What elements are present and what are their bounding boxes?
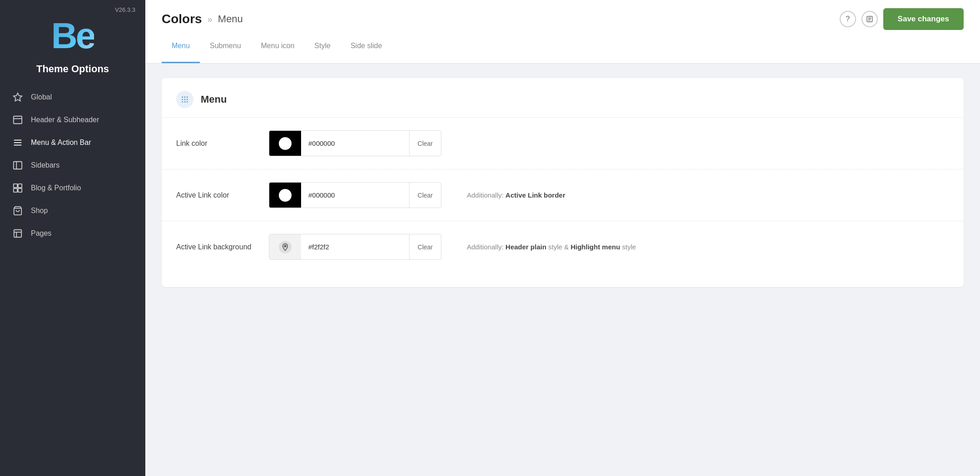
breadcrumb-current: Menu — [218, 13, 243, 25]
svg-point-25 — [187, 99, 188, 100]
sidebar-item-label: Blog & Portfolio — [31, 184, 81, 192]
active-link-bg-label: Active Link background — [176, 243, 258, 251]
svg-rect-11 — [18, 188, 22, 192]
sidebar-item-pages[interactable]: Pages — [0, 222, 145, 245]
sidebar-item-header[interactable]: Header & Subheader — [0, 109, 145, 131]
layout-icon — [13, 115, 23, 125]
breadcrumb-root: Colors — [162, 12, 202, 26]
sidebar-item-label: Header & Subheader — [31, 116, 99, 124]
menu-icon — [13, 138, 23, 148]
svg-rect-9 — [18, 184, 22, 188]
card-header: Menu — [162, 78, 964, 118]
sidebar-item-label: Menu & Action Bar — [31, 139, 91, 147]
card-title: Menu — [201, 94, 227, 105]
main-content: Colors » Menu ? Save changes Me — [145, 0, 980, 476]
tab-side-slide[interactable]: Side slide — [341, 30, 392, 63]
link-color-label: Link color — [176, 139, 258, 148]
logo-text: Be — [51, 18, 94, 54]
active-link-bg-swatch[interactable] — [269, 234, 301, 259]
header-actions: ? Save changes — [840, 8, 964, 30]
sidebar-item-shop[interactable]: Shop — [0, 199, 145, 222]
shop-icon — [13, 206, 23, 216]
version-label: V26.3.3 — [0, 0, 145, 13]
svg-point-26 — [182, 102, 183, 103]
sidebar-item-label: Sidebars — [31, 161, 59, 169]
sidebar-icon — [13, 160, 23, 170]
color-row-active-link: Active Link color Clear Additi — [162, 169, 964, 221]
sidebar-item-blog[interactable]: Blog & Portfolio — [0, 177, 145, 199]
sidebar-item-label: Pages — [31, 229, 51, 238]
sidebar-item-sidebars[interactable]: Sidebars — [0, 154, 145, 177]
svg-point-30 — [284, 193, 286, 195]
active-link-bg-clear[interactable]: Clear — [409, 234, 441, 259]
sidebar-nav: Global Header & Subheader Menu & Action — [0, 86, 145, 254]
logo: Be — [0, 13, 145, 63]
content-area: Menu Link color Clear — [145, 64, 980, 476]
sidebar-item-label: Shop — [31, 207, 48, 215]
notes-button[interactable] — [861, 11, 878, 27]
tab-style[interactable]: Style — [304, 30, 341, 63]
link-color-swatch[interactable] — [269, 131, 301, 156]
svg-point-24 — [184, 99, 185, 100]
svg-point-23 — [182, 99, 183, 100]
breadcrumb-separator: » — [208, 14, 213, 25]
active-link-color-picker[interactable]: Clear — [269, 182, 441, 208]
svg-point-22 — [187, 97, 188, 98]
link-color-input[interactable] — [301, 139, 409, 147]
help-button[interactable]: ? — [840, 11, 856, 27]
save-button[interactable]: Save changes — [883, 8, 964, 30]
link-color-clear[interactable]: Clear — [409, 131, 441, 156]
color-row-link: Link color Clear — [162, 118, 964, 169]
svg-rect-13 — [14, 230, 22, 238]
eyedropper-icon — [279, 189, 292, 202]
sidebar: V26.3.3 Be Theme Options Global Header &… — [0, 0, 145, 476]
active-link-note: Additionally: Active Link border — [467, 191, 565, 199]
sidebar-title: Theme Options — [0, 63, 145, 86]
breadcrumb-row: Colors » Menu ? Save changes — [145, 0, 980, 30]
sidebar-item-menu[interactable]: Menu & Action Bar — [0, 131, 145, 154]
active-link-bg-note: Additionally: Header plain style & Highl… — [467, 243, 636, 251]
tab-menu[interactable]: Menu — [162, 30, 200, 63]
svg-point-31 — [284, 245, 286, 247]
top-bar: Colors » Menu ? Save changes Me — [145, 0, 980, 64]
svg-point-27 — [184, 102, 185, 103]
svg-point-20 — [182, 97, 183, 98]
color-row-active-link-bg: Active Link background Clear A — [162, 221, 964, 273]
svg-point-21 — [184, 97, 185, 98]
tab-submenu[interactable]: Submenu — [200, 30, 251, 63]
svg-point-28 — [187, 102, 188, 103]
svg-rect-1 — [14, 116, 22, 124]
card-icon — [176, 91, 193, 108]
sidebar-item-global[interactable]: Global — [0, 86, 145, 109]
menu-card: Menu Link color Clear — [162, 78, 964, 287]
svg-marker-0 — [14, 93, 22, 101]
tabs-row: Menu Submenu Menu icon Style Side slide — [145, 30, 980, 63]
active-link-color-label: Active Link color — [176, 191, 258, 199]
eyedropper-icon — [279, 241, 292, 253]
active-link-color-input[interactable] — [301, 191, 409, 199]
active-link-color-clear[interactable]: Clear — [409, 183, 441, 208]
tab-menu-icon[interactable]: Menu icon — [251, 30, 305, 63]
svg-point-29 — [284, 141, 286, 143]
svg-rect-6 — [14, 162, 22, 169]
eyedropper-icon — [279, 137, 292, 150]
star-icon — [13, 92, 23, 102]
link-color-picker[interactable]: Clear — [269, 130, 441, 156]
active-link-color-swatch[interactable] — [269, 183, 301, 208]
pages-icon — [13, 228, 23, 238]
grid-icon — [13, 183, 23, 193]
sidebar-item-label: Global — [31, 93, 52, 101]
active-link-bg-picker[interactable]: Clear — [269, 234, 441, 260]
svg-rect-10 — [14, 188, 17, 192]
active-link-bg-input[interactable] — [301, 243, 409, 251]
svg-rect-8 — [14, 184, 17, 188]
